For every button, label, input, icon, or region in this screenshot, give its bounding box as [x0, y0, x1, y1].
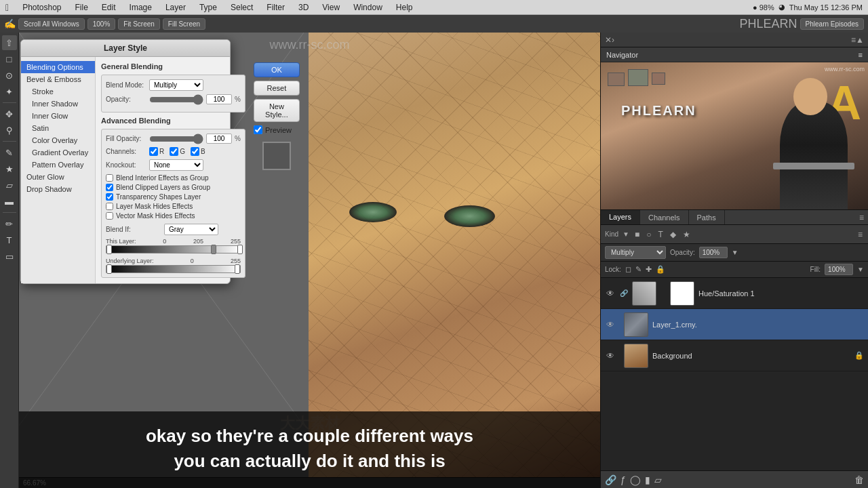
- lock-move-icon[interactable]: ✚: [646, 265, 652, 274]
- layer-item-background[interactable]: 👁 Background 🔒: [601, 340, 868, 371]
- eraser-tool[interactable]: ▱: [2, 178, 17, 192]
- nav-bevel-emboss[interactable]: Bevel & Emboss: [21, 73, 95, 85]
- layer-item-hue-saturation[interactable]: 👁 🔗 Hue/Saturation 1: [601, 278, 868, 309]
- new-layer-icon[interactable]: ▱: [654, 474, 662, 485]
- opacity-input[interactable]: [206, 94, 232, 104]
- apple-logo[interactable]: : [5, 2, 9, 13]
- this-layer-thumb-mid[interactable]: [211, 245, 216, 254]
- menu-window[interactable]: Window: [351, 3, 385, 12]
- menu-photoshop[interactable]: Photoshop: [20, 3, 64, 12]
- opacity-dropdown-icon[interactable]: ▼: [732, 249, 738, 256]
- nav-color-overlay[interactable]: Color Overlay: [21, 134, 95, 146]
- layer-item-texture[interactable]: 👁 Layer_1.crny.: [601, 309, 868, 340]
- channel-g-check[interactable]: [170, 147, 178, 156]
- filter-pixel-icon[interactable]: ■: [633, 228, 641, 241]
- magic-wand-tool[interactable]: ✦: [2, 84, 17, 99]
- fill-input[interactable]: [825, 264, 853, 275]
- filter-type-icon[interactable]: T: [656, 228, 664, 241]
- lock-all-icon[interactable]: 🔒: [656, 265, 665, 274]
- menu-help[interactable]: Help: [393, 3, 416, 12]
- navigator-preview[interactable]: PHLEARN A www.rr-sc.com: [601, 62, 868, 210]
- link-layers-icon[interactable]: 🔗: [605, 474, 616, 485]
- layer-visibility-texture[interactable]: 👁: [605, 320, 616, 329]
- tab-paths[interactable]: Paths: [689, 210, 725, 224]
- nav-drop-shadow[interactable]: Drop Shadow: [21, 183, 95, 195]
- nav-inner-glow[interactable]: Inner Glow: [21, 110, 95, 122]
- this-layer-thumb-left[interactable]: [106, 245, 112, 254]
- knockout-select[interactable]: None Shallow Deep: [149, 159, 203, 171]
- delete-layer-icon[interactable]: 🗑: [854, 474, 864, 485]
- layer-visibility-hue-sat[interactable]: 👁: [605, 289, 616, 298]
- nav-outer-glow[interactable]: Outer Glow: [21, 171, 95, 183]
- layer-effects-icon[interactable]: ƒ: [620, 474, 626, 485]
- menu-edit[interactable]: Edit: [99, 3, 119, 12]
- panel-menu-icon[interactable]: ≡: [851, 35, 856, 45]
- fill-dropdown-icon[interactable]: ▼: [857, 266, 864, 273]
- menu-filter[interactable]: Filter: [264, 3, 288, 12]
- layers-blend-mode-select[interactable]: Multiply Normal Screen: [605, 246, 666, 259]
- nav-gradient-overlay[interactable]: Gradient Overlay: [21, 146, 95, 159]
- this-layer-thumb-right[interactable]: [237, 245, 243, 254]
- brush-tool[interactable]: ✎: [2, 145, 17, 160]
- panel-collapse-icon[interactable]: ›: [612, 35, 614, 45]
- crop-tool[interactable]: ✥: [2, 106, 17, 121]
- underlying-thumb-left[interactable]: [106, 264, 112, 274]
- blend-if-select[interactable]: Gray Red Green Blue: [164, 224, 218, 235]
- panel-tabs-menu-icon[interactable]: ≡: [855, 213, 868, 222]
- scroll-all-windows-btn[interactable]: Scroll All Windows: [18, 18, 85, 30]
- blend-clipped-check[interactable]: [106, 184, 113, 191]
- fill-opacity-slider[interactable]: [149, 136, 203, 142]
- filter-adjustment-icon[interactable]: ○: [645, 228, 652, 241]
- underlying-track[interactable]: [106, 265, 241, 273]
- filter-shape-icon[interactable]: ◆: [669, 228, 677, 241]
- hand-tool-icon[interactable]: ✍: [4, 18, 16, 29]
- layer-mask-icon[interactable]: ◯: [630, 474, 641, 485]
- eyedropper-tool[interactable]: ⚲: [2, 123, 17, 138]
- panel-close-icon[interactable]: ✕: [605, 35, 612, 45]
- lasso-tool[interactable]: ⊙: [2, 68, 17, 83]
- layers-menu-icon[interactable]: ≡: [856, 228, 864, 241]
- tab-channels[interactable]: Channels: [640, 210, 688, 224]
- blend-interior-check[interactable]: [106, 174, 113, 182]
- gradient-tool[interactable]: ▬: [2, 194, 17, 209]
- nav-stroke[interactable]: Stroke: [21, 85, 95, 98]
- layer-link-hue-sat[interactable]: 🔗: [620, 289, 628, 297]
- underlying-thumb-right[interactable]: [235, 264, 240, 274]
- channel-r-check[interactable]: [149, 147, 158, 156]
- reset-button[interactable]: Reset: [254, 81, 300, 96]
- kind-dropdown-icon[interactable]: ▼: [623, 230, 629, 238]
- nav-satin[interactable]: Satin: [21, 122, 95, 134]
- tab-layers[interactable]: Layers: [601, 210, 640, 224]
- preview-checkbox[interactable]: [254, 125, 262, 134]
- transparency-shapes-check[interactable]: [106, 193, 113, 201]
- layers-opacity-input[interactable]: [699, 247, 728, 258]
- menu-view[interactable]: View: [319, 3, 342, 12]
- nav-inner-shadow[interactable]: Inner Shadow: [21, 98, 95, 110]
- lock-transparency-icon[interactable]: ◻: [625, 265, 631, 274]
- filter-smart-icon[interactable]: ★: [682, 228, 692, 241]
- new-group-icon[interactable]: ▮: [645, 474, 650, 485]
- new-style-button[interactable]: New Style...: [254, 99, 300, 122]
- nav-pattern-overlay[interactable]: Pattern Overlay: [21, 159, 95, 171]
- pen-tool[interactable]: ✏: [2, 216, 17, 231]
- opacity-slider[interactable]: [149, 96, 203, 103]
- nav-blending-options[interactable]: Blending Options: [21, 61, 95, 73]
- phlearn-episodes-btn[interactable]: Phlearn Episodes: [800, 18, 864, 30]
- layer-mask-check[interactable]: [106, 203, 113, 210]
- menu-layer[interactable]: Layer: [163, 3, 189, 12]
- menu-file[interactable]: File: [73, 3, 91, 12]
- zoom-100-btn[interactable]: 100%: [87, 18, 116, 30]
- shape-tool[interactable]: ▭: [2, 249, 17, 264]
- menu-3d[interactable]: 3D: [296, 3, 311, 12]
- vector-mask-check[interactable]: [106, 212, 113, 220]
- clone-stamp-tool[interactable]: ★: [2, 161, 17, 176]
- ok-button[interactable]: OK: [254, 62, 300, 77]
- menu-image[interactable]: Image: [127, 3, 155, 12]
- selection-tool[interactable]: □: [2, 52, 17, 66]
- menu-type[interactable]: Type: [197, 3, 220, 12]
- layer-visibility-background[interactable]: 👁: [605, 351, 616, 361]
- this-layer-track[interactable]: [106, 245, 241, 253]
- menu-select[interactable]: Select: [228, 3, 256, 12]
- panel-expand-icon[interactable]: ▲: [856, 35, 864, 45]
- fill-screen-btn[interactable]: Fill Screen: [163, 18, 205, 30]
